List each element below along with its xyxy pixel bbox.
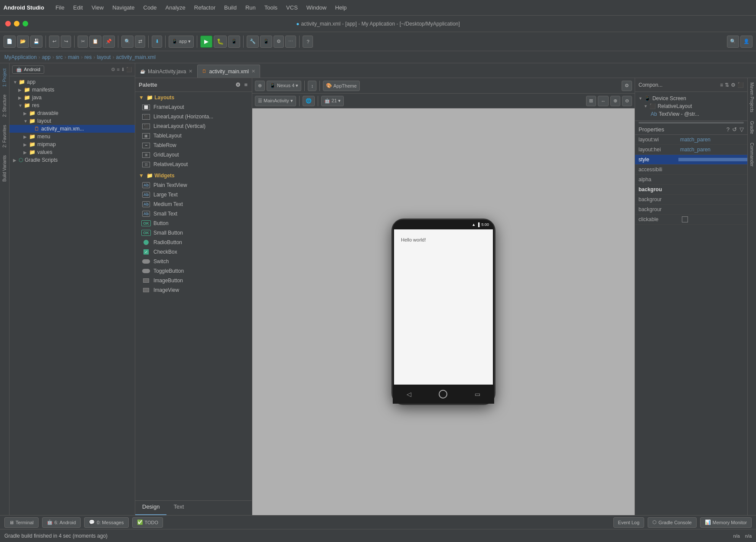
maximize-button[interactable] — [23, 21, 28, 26]
status-tab-memory-monitor[interactable]: 📊 Memory Monitor — [700, 517, 752, 528]
far-right-tab-commander[interactable]: Commander — [748, 138, 756, 171]
comp-device-screen[interactable]: ▼ 📱 Device Screen — [637, 95, 746, 102]
tree-item-mipmap[interactable]: ▶ 📁 mipmap — [10, 140, 135, 148]
toolbar-undo[interactable]: ↩ — [49, 36, 59, 48]
bc-res[interactable]: res — [85, 54, 92, 60]
tree-item-gradle-scripts[interactable]: ▶ ⬡ Gradle Scripts — [10, 156, 135, 164]
palette-item-imageview[interactable]: ImageView — [135, 285, 252, 295]
palette-item-switch[interactable]: Switch — [135, 257, 252, 266]
prop-background[interactable]: backgrou — [635, 185, 747, 195]
design-theme-btn[interactable]: 🎨 AppTheme — [323, 81, 360, 91]
bc-layout[interactable]: layout — [97, 54, 111, 60]
bc-src[interactable]: src — [56, 54, 63, 60]
tree-item-res[interactable]: ▼ 📁 res — [10, 101, 135, 109]
palette-item-framelayout[interactable]: ⬜ FrameLayout — [135, 102, 252, 112]
tab-activity-main-xml[interactable]: 🗒 activity_main.xml ✕ — [197, 65, 260, 78]
prop-style[interactable]: style — [635, 155, 747, 165]
design-device-btn[interactable]: 📱 Nexus 4 ▾ — [267, 81, 301, 91]
left-tab-structure[interactable]: 2: Structure — [1, 91, 8, 121]
prop-background-tint[interactable]: backgrour — [635, 205, 747, 215]
palette-item-radiobutton[interactable]: RadioButton — [135, 238, 252, 247]
bc-main[interactable]: main — [68, 54, 79, 60]
tab-mainactivity-java[interactable]: ☕ MainActivity.java ✕ — [135, 65, 197, 78]
palette-item-gridlayout[interactable]: ⊞ GridLayout — [135, 150, 252, 160]
palette-item-plain-textview[interactable]: Ab Plain TextView — [135, 180, 252, 190]
right-panel-align-icon[interactable]: ≡ — [720, 82, 723, 88]
menu-navigate[interactable]: Navigate — [108, 3, 139, 13]
prop-value-background[interactable] — [678, 188, 747, 191]
tab-activity-main-close[interactable]: ✕ — [251, 69, 255, 74]
prop-value-background-res[interactable] — [678, 198, 747, 201]
tree-item-menu[interactable]: ▶ 📁 menu — [10, 133, 135, 140]
tree-item-manifests[interactable]: ▶ 📁 manifests — [10, 86, 135, 94]
phone-screen[interactable]: Hello world! — [394, 229, 493, 385]
status-tab-terminal[interactable]: 🖥 Terminal — [4, 517, 39, 528]
toolbar-cut[interactable]: ✂ — [78, 36, 88, 48]
design-orientation-btn[interactable]: ↕ — [308, 81, 316, 91]
status-tab-android[interactable]: 🤖 6: Android — [42, 517, 81, 528]
menu-file[interactable]: File — [51, 3, 69, 13]
menu-help[interactable]: Help — [331, 3, 351, 13]
tree-item-values[interactable]: ▶ 📁 values — [10, 148, 135, 156]
toolbar-replace[interactable]: ⇄ — [135, 36, 145, 48]
menu-window[interactable]: Window — [302, 3, 331, 13]
design-zoom-in-btn[interactable]: ⊕ — [610, 96, 620, 106]
prop-value-accessibility[interactable] — [678, 168, 747, 171]
tab-text[interactable]: Text — [166, 501, 191, 515]
toolbar-search[interactable]: 🔍 — [727, 36, 739, 48]
palette-section-header-widgets[interactable]: ▼ 📁 Widgets — [135, 171, 252, 180]
comp-textview[interactable]: Ab TextView - @str... — [637, 110, 746, 118]
tab-design[interactable]: Design — [135, 501, 166, 515]
toolbar-help[interactable]: ? — [303, 36, 313, 48]
menu-code[interactable]: Code — [139, 3, 161, 13]
palette-item-large-text[interactable]: Ab Large Text — [135, 190, 252, 199]
prop-clickable[interactable]: clickable — [635, 215, 747, 225]
close-button[interactable] — [5, 21, 11, 26]
design-fit-btn[interactable]: ⊞ — [586, 96, 596, 106]
right-panel-settings-icon[interactable]: ⚙ — [731, 82, 736, 88]
palette-item-tablelayout[interactable]: ▦ TableLayout — [135, 131, 252, 140]
far-right-tab-maven[interactable]: Maven Projects — [748, 78, 756, 117]
design-settings-btn[interactable]: ⚙ — [622, 81, 632, 91]
palette-layout-icon[interactable]: ≡ — [243, 81, 248, 89]
bc-myapplication[interactable]: MyApplication — [4, 54, 37, 60]
menu-tools[interactable]: Tools — [260, 3, 282, 13]
tree-item-java[interactable]: ▶ 📁 java — [10, 94, 135, 101]
palette-item-linearlayout-v[interactable]: ⬛ LinearLayout (Vertical) — [135, 121, 252, 131]
menu-view[interactable]: View — [87, 3, 108, 13]
palette-item-small-button[interactable]: OK Small Button — [135, 228, 252, 238]
prop-layout-height[interactable]: layout:hei match_paren — [635, 145, 747, 155]
file-tree-android-tab[interactable]: 🤖Android — [12, 65, 44, 74]
design-api-btn[interactable]: 🤖 21 ▾ — [321, 96, 344, 106]
right-panel-collapse-icon[interactable]: ⬛ — [737, 82, 744, 88]
file-tree-options[interactable]: ⚙ ≡ ⬇ ⬛ — [111, 67, 132, 72]
bc-app[interactable]: app — [42, 54, 51, 60]
status-tab-event-log[interactable]: Event Log — [613, 517, 645, 528]
toolbar-save[interactable]: 💾 — [30, 36, 42, 48]
right-panel-sort-icon[interactable]: ⇅ — [725, 82, 729, 88]
toolbar-avd-manager[interactable]: 📱 — [260, 36, 272, 48]
toolbar-more[interactable]: ⋯ — [285, 36, 296, 48]
far-right-tab-gradle[interactable]: Gradle — [748, 117, 756, 138]
bc-activity-main[interactable]: activity_main.xml — [116, 54, 155, 60]
palette-item-checkbox[interactable]: ✓ CheckBox — [135, 247, 252, 257]
prop-value-layout-width[interactable]: match_paren — [678, 135, 747, 144]
palette-item-togglebutton[interactable]: ToggleButton — [135, 266, 252, 276]
toolbar-paste[interactable]: 📌 — [103, 36, 115, 48]
toolbar-user[interactable]: 👤 — [740, 36, 753, 48]
palette-item-tablerow[interactable]: ━ TableRow — [135, 140, 252, 150]
palette-item-linearlayout-h[interactable]: ⬛ LinearLayout (Horizonta... — [135, 112, 252, 121]
toolbar-app-selector[interactable]: 📱 app ▾ — [169, 36, 194, 48]
palette-item-button[interactable]: OK Button — [135, 219, 252, 228]
phone-back-btn[interactable]: ◁ — [407, 391, 411, 398]
status-tab-todo[interactable]: ✅ TODO — [132, 517, 163, 528]
prop-accessibility[interactable]: accessibili — [635, 165, 747, 175]
menu-analyze[interactable]: Analyze — [161, 3, 190, 13]
properties-filter-icon[interactable]: ▽ — [740, 126, 744, 133]
prop-value-style[interactable] — [678, 158, 747, 161]
tree-item-drawable[interactable]: ▶ 📁 drawable — [10, 109, 135, 117]
palette-item-medium-text[interactable]: Ab Medium Text — [135, 199, 252, 209]
menu-edit[interactable]: Edit — [69, 3, 87, 13]
toolbar-copy[interactable]: 📋 — [89, 36, 101, 48]
palette-section-header-layouts[interactable]: ▼ 📁 Layouts — [135, 93, 252, 102]
